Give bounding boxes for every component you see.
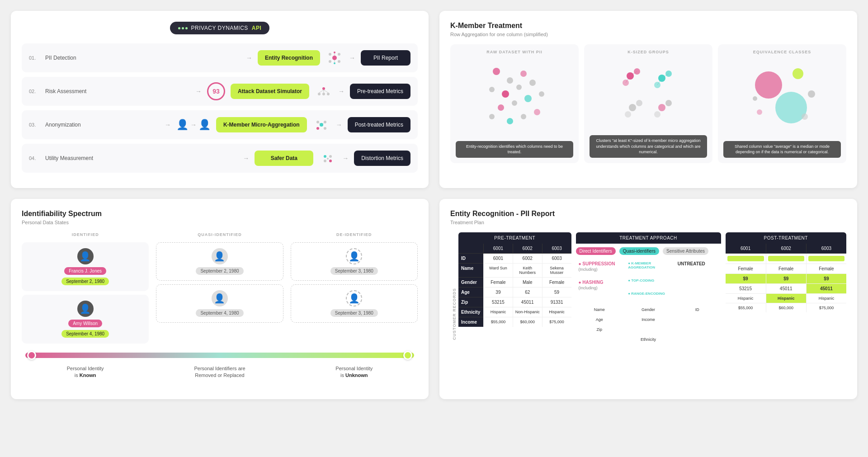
- identified-card-2: 👤 Amy Willson September 4, 1980: [22, 295, 149, 344]
- step-num-2: 02.: [29, 89, 40, 94]
- post-age-3: $9: [806, 274, 846, 284]
- spectrum-col-identified: IDENTIFIED 👤 Francis J. Jones September …: [22, 232, 149, 344]
- pipeline-row-4: 04. Utility Measurement → Safer Data → D…: [22, 144, 418, 173]
- field-zip: Zip: [576, 325, 623, 334]
- treatment-header: TREATMENT APPROACH: [576, 232, 721, 244]
- svg-point-38: [539, 91, 544, 97]
- post-header-6002: 6002: [766, 244, 806, 254]
- treatment-direct-col: ● SUPPRESSION (Including) ● HASHING (Inc…: [576, 259, 622, 302]
- pre-age-1: 39: [483, 287, 513, 297]
- pipeline-row-2: 02. Risk Assessment → 93 Attack Dataset …: [22, 77, 418, 106]
- svg-point-58: [654, 111, 660, 118]
- svg-point-10: [318, 93, 321, 95]
- k-panel-title-equiv: EQUIVALENCE CLASSES: [753, 50, 811, 54]
- label-identified: Personal Identityis Known: [67, 365, 104, 379]
- safer-icon: [319, 149, 337, 167]
- hashing-item: ● HASHING (Including): [576, 277, 622, 293]
- attack-icon: [315, 82, 333, 100]
- k-panel-sized: K-SIZED GROUPS: [584, 44, 712, 163]
- pii-tables-container: CUSTOMER RECORDS PRE-TREATMENT 6001 6002…: [450, 232, 846, 344]
- pre-treatment-section: CUSTOMER RECORDS PRE-TREATMENT 6001 6002…: [450, 232, 571, 344]
- pii-sub: Treatment Plan: [450, 220, 846, 225]
- k-member-btn[interactable]: K-Member Micro-Aggregation: [216, 117, 307, 132]
- post-gender-2: Female: [766, 264, 806, 274]
- quasi-header: QUASI-IDENTIFIED: [198, 232, 242, 237]
- pre-label-gender: Gender: [458, 278, 483, 287]
- arrow-3b: →: [336, 121, 342, 128]
- treatment-sensitive-col: UNTREATED: [675, 259, 721, 302]
- pre-gender-2: Male: [513, 278, 542, 287]
- date-tag-1: September 2, 1980: [61, 278, 109, 285]
- label-col-2: Personal Identifiers areRemoved or Repla…: [156, 365, 283, 379]
- step-num-3: 03.: [29, 122, 40, 127]
- pre-header-6002: 6002: [513, 244, 542, 254]
- arrow-1: →: [246, 54, 252, 61]
- arrow-4b: →: [342, 155, 349, 162]
- svg-line-22: [323, 123, 324, 124]
- post-eth-3: Hispanic: [806, 294, 846, 303]
- svg-point-41: [507, 118, 513, 124]
- arrow-1b: →: [349, 54, 355, 61]
- safer-data-btn[interactable]: Safer Data: [255, 151, 313, 166]
- svg-line-21: [319, 123, 320, 124]
- pre-id-3: 6003: [542, 254, 571, 264]
- pii-report-panel: Entity Recognition - PII Report Treatmen…: [439, 199, 857, 399]
- spectrum-panel: Identifiability Spectrum Personal Data S…: [11, 199, 429, 399]
- dots-sized: [590, 58, 707, 132]
- post-gender-1: Female: [726, 264, 766, 274]
- api-dots-icon: [178, 27, 188, 29]
- svg-point-5: [334, 52, 335, 53]
- pre-income-3: $75,000: [542, 317, 571, 327]
- k-member-sub: Row Aggregation for one column (simplifi…: [450, 32, 846, 37]
- step-label-1: PII Detection: [45, 55, 241, 61]
- post-age-1: $9: [726, 274, 766, 284]
- field-empty: [674, 316, 721, 324]
- k-caption-raw: Entity-recognition identifies which colu…: [456, 141, 573, 158]
- svg-point-3: [329, 60, 331, 63]
- k-member-panel: K-Member Treatment Row Aggregation for o…: [439, 11, 857, 188]
- spectrum-sub: Personal Data States: [22, 220, 418, 225]
- k-member-grid: RAW DATASET WITH PII: [450, 44, 846, 163]
- dots-equiv: [723, 58, 841, 137]
- pre-age-3: 59: [542, 287, 571, 297]
- svg-point-9: [322, 87, 325, 90]
- svg-point-1: [329, 53, 331, 56]
- svg-point-20: [324, 127, 326, 130]
- spectrum-slider[interactable]: [25, 353, 414, 358]
- entity-recognition-btn[interactable]: Entity Recognition: [258, 50, 320, 66]
- svg-point-62: [808, 90, 815, 98]
- de-avatar-1: 👤: [346, 248, 362, 264]
- post-eth-2: Hispanic: [766, 294, 806, 303]
- quasi-date-2: September 4, 1980: [196, 309, 243, 317]
- de-avatar-2: 👤: [346, 290, 362, 306]
- field-empty2: [625, 325, 672, 334]
- k-caption-sized: Clusters "at least K"-sized of k-member …: [590, 135, 707, 158]
- attack-dataset-btn[interactable]: Attack Dataset Simulator: [231, 84, 309, 99]
- pii-report-btn: PII Report: [361, 50, 410, 66]
- spectrum-container: IDENTIFIED 👤 Francis J. Jones September …: [22, 232, 418, 344]
- slider-knob-right[interactable]: [403, 351, 412, 360]
- svg-point-54: [636, 100, 642, 106]
- svg-point-11: [322, 93, 325, 95]
- arrow-4: →: [243, 155, 249, 162]
- svg-line-13: [319, 90, 324, 93]
- pre-table-grid: 6001 6002 6003 ID 6001 6002 6003 Name Wa…: [458, 244, 571, 327]
- k-panel-equiv: EQUIVALENCE CLASSES Shared column value …: [718, 44, 846, 163]
- svg-point-16: [320, 123, 323, 127]
- step-label-2: Risk Assessment: [45, 88, 190, 94]
- distortion-btn: Distortion Metrics: [354, 151, 410, 166]
- hashing-sub: (Including): [579, 286, 619, 290]
- label-col-3: Personal Identityis Unknown: [291, 365, 418, 379]
- risk-circle: 93: [207, 82, 225, 100]
- svg-point-36: [512, 100, 517, 106]
- svg-point-2: [338, 53, 340, 56]
- step-num-4: 04.: [29, 155, 40, 161]
- pre-header-6003: 6003: [542, 244, 571, 254]
- pre-gender-1: Female: [483, 278, 513, 287]
- slider-knob-left[interactable]: [27, 351, 36, 360]
- sensitive-attr-tag: Sensitive Attributes: [663, 247, 708, 255]
- post-treatment-header: POST-TREATMENT: [726, 232, 847, 244]
- pre-label-ethnicity: Ethnicity: [458, 307, 483, 317]
- avatar-2: 👤: [77, 301, 94, 317]
- top-coding-label: ● TOP-CODING: [628, 278, 669, 283]
